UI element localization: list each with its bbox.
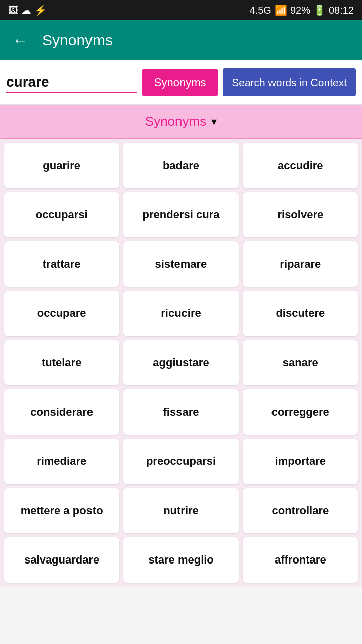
list-item[interactable]: trattare (4, 242, 119, 287)
search-input-wrapper (6, 72, 137, 93)
list-item[interactable]: stare meglio (123, 537, 238, 583)
network-indicator: 4.5G (250, 5, 272, 16)
list-item[interactable]: correggere (243, 389, 358, 435)
list-item[interactable]: fissare (123, 389, 238, 435)
synonyms-button[interactable]: Synonyms (142, 69, 218, 96)
list-item[interactable]: nutrire (123, 488, 238, 533)
battery-text: 92% (290, 5, 310, 16)
sync-icon: ☁ (21, 4, 31, 16)
list-item[interactable]: accudire (243, 143, 358, 188)
list-item[interactable]: ricucire (123, 291, 238, 336)
list-item[interactable]: occuparsi (4, 192, 119, 237)
words-grid: guarirebadareaccudireoccuparsiprendersi … (0, 139, 362, 587)
list-item[interactable]: affrontare (243, 537, 358, 583)
list-item[interactable]: tutelare (4, 340, 119, 385)
battery-icon: 🔋 (313, 4, 326, 16)
synonyms-header-label: Synonyms (145, 114, 206, 129)
list-item[interactable]: sanare (243, 340, 358, 385)
list-item[interactable]: considerare (4, 389, 119, 435)
signal-icon: 📶 (275, 4, 287, 16)
list-item[interactable]: controllare (243, 488, 358, 533)
list-item[interactable]: rimediare (4, 439, 119, 484)
synonyms-section-header[interactable]: Synonyms ▾ (0, 105, 362, 139)
list-item[interactable]: sistemare (123, 242, 238, 287)
search-area: Synonyms Search words in Context (0, 60, 362, 105)
list-item[interactable]: mettere a posto (4, 488, 119, 533)
chevron-down-icon: ▾ (211, 115, 217, 128)
list-item[interactable]: occupare (4, 291, 119, 336)
search-context-button[interactable]: Search words in Context (223, 68, 356, 96)
page-title: Synonyms (42, 32, 113, 49)
list-item[interactable]: prendersi cura (123, 192, 238, 237)
list-item[interactable]: discutere (243, 291, 358, 336)
toolbar: ← Synonyms (0, 20, 362, 60)
list-item[interactable]: preoccuparsi (123, 439, 238, 484)
list-item[interactable]: badare (123, 143, 238, 188)
time-display: 08:12 (329, 5, 354, 16)
bolt-icon: ⚡ (34, 4, 47, 16)
list-item[interactable]: riparare (243, 242, 358, 287)
gallery-icon: 🖼 (8, 5, 18, 16)
list-item[interactable]: guarire (4, 143, 119, 188)
search-input[interactable] (6, 72, 137, 93)
list-item[interactable]: aggiustare (123, 340, 238, 385)
list-item[interactable]: salvaguardare (4, 537, 119, 583)
back-button[interactable]: ← (8, 27, 32, 54)
status-bar: 🖼 ☁ ⚡ 4.5G 📶 92% 🔋 08:12 (0, 0, 362, 20)
list-item[interactable]: importare (243, 439, 358, 484)
list-item[interactable]: risolvere (243, 192, 358, 237)
